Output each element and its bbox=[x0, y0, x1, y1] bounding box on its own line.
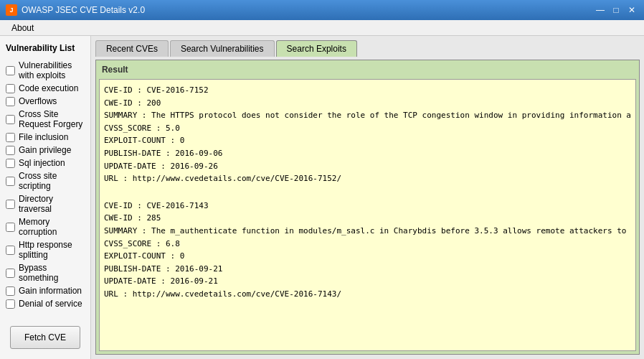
cve1-exploit: EXPLOIT-COUNT : 0 bbox=[104, 134, 631, 147]
cve2-exploit: EXPLOIT-COUNT : 0 bbox=[104, 250, 631, 263]
label-http-response: Http response splitting bbox=[19, 240, 85, 260]
checkbox-gain-privilege[interactable] bbox=[6, 146, 15, 155]
cve2-id: CVE-ID : CVE-2016-7143 bbox=[104, 200, 631, 213]
checkbox-file-inclusion[interactable] bbox=[6, 133, 15, 142]
cve2-url: URL : http://www.cvedetails.com/cve/CVE-… bbox=[104, 288, 631, 301]
cve-entry-2: CVE-ID : CVE-2016-7143 CWE-ID : 285 SUMM… bbox=[104, 200, 631, 301]
sidebar: Vulnerability List Vulnerabilities with … bbox=[0, 36, 91, 359]
label-gain-info: Gain information bbox=[19, 286, 82, 296]
checkbox-overflows[interactable] bbox=[6, 97, 15, 106]
cve2-summary: SUMMARY : The m_authenticate function in… bbox=[104, 225, 631, 238]
close-button[interactable]: ✕ bbox=[625, 4, 638, 17]
cve2-update: UPDATE-DATE : 2016-09-21 bbox=[104, 275, 631, 288]
result-text-area[interactable]: CVE-ID : CVE-2016-7152 CWE-ID : 200 SUMM… bbox=[99, 79, 636, 351]
minimize-button[interactable]: — bbox=[594, 4, 607, 17]
label-dir-traversal: Directory traversal bbox=[19, 194, 85, 214]
cve1-url: URL : http://www.cvedetails.com/cve/CVE-… bbox=[104, 172, 631, 185]
sidebar-item-vuln-exploits[interactable]: Vulnerabilities with exploits bbox=[3, 59, 87, 82]
sidebar-item-overflows[interactable]: Overflows bbox=[3, 95, 87, 108]
cve1-id: CVE-ID : CVE-2016-7152 bbox=[104, 84, 631, 97]
label-file-inclusion: File inclusion bbox=[19, 132, 68, 142]
label-overflows: Overflows bbox=[19, 96, 57, 106]
checkbox-gain-info[interactable] bbox=[6, 286, 15, 296]
label-code-execution: Code execution bbox=[19, 83, 78, 93]
sidebar-item-dir-traversal[interactable]: Directory traversal bbox=[3, 192, 87, 215]
maximize-button[interactable]: □ bbox=[610, 4, 622, 17]
app-title: OWASP JSEC CVE Details v2.0 bbox=[22, 5, 145, 15]
menu-bar: About bbox=[0, 20, 644, 36]
sidebar-item-bypass[interactable]: Bypass something bbox=[3, 261, 87, 284]
label-dos: Denial of service bbox=[19, 299, 82, 309]
sidebar-item-http-response[interactable]: Http response splitting bbox=[3, 238, 87, 261]
sidebar-item-file-inclusion[interactable]: File inclusion bbox=[3, 131, 87, 144]
cve1-publish: PUBLISH-DATE : 2016-09-06 bbox=[104, 147, 631, 160]
sidebar-item-xss[interactable]: Cross site scripting bbox=[3, 169, 87, 192]
title-bar-left: J OWASP JSEC CVE Details v2.0 bbox=[6, 4, 145, 16]
label-vuln-exploits: Vulnerabilities with exploits bbox=[19, 60, 85, 80]
cve1-cvss: CVSS_SCORE : 5.0 bbox=[104, 122, 631, 135]
checkbox-dos[interactable] bbox=[6, 299, 15, 309]
about-menu[interactable]: About bbox=[6, 22, 39, 34]
cve1-summary: SUMMARY : The HTTPS protocol does not co… bbox=[104, 109, 631, 122]
cve1-update: UPDATE-DATE : 2016-09-26 bbox=[104, 160, 631, 173]
tab-recent-cves[interactable]: Recent CVEs bbox=[95, 40, 169, 57]
label-sql-injection: Sql injection bbox=[19, 158, 65, 168]
checkbox-csrf[interactable] bbox=[6, 115, 15, 124]
cve-entry-1: CVE-ID : CVE-2016-7152 CWE-ID : 200 SUMM… bbox=[104, 84, 631, 185]
sidebar-item-memory-corruption[interactable]: Memory corruption bbox=[3, 215, 87, 238]
fetch-cve-button[interactable]: Fetch CVE bbox=[10, 326, 80, 349]
main-layout: Vulnerability List Vulnerabilities with … bbox=[0, 36, 644, 359]
app-icon: J bbox=[6, 4, 17, 16]
label-gain-privilege: Gain privilege bbox=[19, 145, 71, 155]
content-area: Recent CVEs Search Vulnerabilities Searc… bbox=[91, 36, 644, 359]
label-memory-corruption: Memory corruption bbox=[19, 217, 85, 237]
sidebar-item-sql-injection[interactable]: Sql injection bbox=[3, 157, 87, 169]
title-bar: J OWASP JSEC CVE Details v2.0 — □ ✕ bbox=[0, 0, 644, 20]
checkbox-http-response[interactable] bbox=[6, 246, 15, 255]
sidebar-item-gain-info[interactable]: Gain information bbox=[3, 284, 87, 297]
checkbox-memory-corruption[interactable] bbox=[6, 223, 15, 232]
sidebar-item-code-execution[interactable]: Code execution bbox=[3, 82, 87, 95]
sidebar-item-gain-privilege[interactable]: Gain privilege bbox=[3, 144, 87, 157]
result-content-wrapper: CVE-ID : CVE-2016-7152 CWE-ID : 200 SUMM… bbox=[99, 79, 636, 351]
cve2-cwe: CWE-ID : 285 bbox=[104, 212, 631, 225]
checkbox-sql-injection[interactable] bbox=[6, 159, 15, 168]
sidebar-item-csrf[interactable]: Cross Site Request Forgery bbox=[3, 108, 87, 131]
checkbox-vuln-exploits[interactable] bbox=[6, 66, 15, 75]
checkbox-xss[interactable] bbox=[6, 177, 15, 186]
fetch-btn-container: Fetch CVE bbox=[3, 320, 87, 355]
window-controls: — □ ✕ bbox=[594, 4, 638, 17]
cve1-cwe: CWE-ID : 200 bbox=[104, 97, 631, 110]
result-label: Result bbox=[99, 63, 636, 76]
result-panel: Result CVE-ID : CVE-2016-7152 CWE-ID : 2… bbox=[95, 60, 640, 355]
tab-search-vulnerabilities[interactable]: Search Vulnerabilities bbox=[170, 40, 275, 57]
label-csrf: Cross Site Request Forgery bbox=[19, 109, 85, 129]
sidebar-title: Vulnerability List bbox=[3, 40, 87, 59]
tab-search-exploits[interactable]: Search Exploits bbox=[276, 40, 357, 57]
checkbox-dir-traversal[interactable] bbox=[6, 200, 15, 209]
tab-bar: Recent CVEs Search Vulnerabilities Searc… bbox=[95, 40, 640, 57]
cve2-publish: PUBLISH-DATE : 2016-09-21 bbox=[104, 263, 631, 276]
label-bypass: Bypass something bbox=[19, 263, 85, 283]
sidebar-item-dos[interactable]: Denial of service bbox=[3, 297, 87, 310]
checkbox-code-execution[interactable] bbox=[6, 84, 15, 93]
label-xss: Cross site scripting bbox=[19, 171, 85, 191]
checkbox-bypass[interactable] bbox=[6, 269, 15, 278]
cve2-cvss: CVSS_SCORE : 6.8 bbox=[104, 238, 631, 251]
